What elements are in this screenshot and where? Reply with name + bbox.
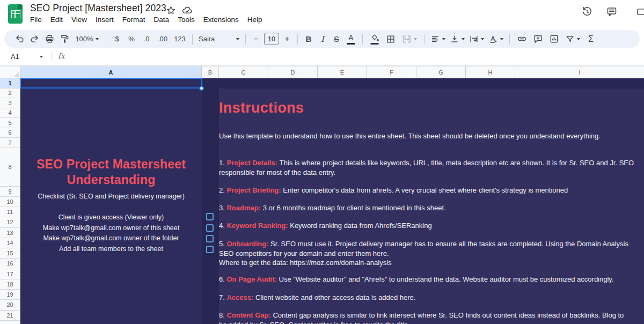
increase-font-size-button[interactable]: + [281, 32, 294, 46]
menu-edit[interactable]: Edit [46, 14, 67, 25]
menu-extensions[interactable]: Extensions [199, 14, 243, 25]
zoom-control[interactable]: 100% [72, 32, 102, 46]
column-header-I[interactable]: I [515, 66, 644, 78]
instruction-label: Roadmap: [226, 204, 261, 212]
menu-tools[interactable]: Tools [173, 14, 199, 25]
text-wrap-button[interactable] [467, 32, 486, 46]
sheets-logo[interactable] [8, 4, 23, 24]
column-header-H[interactable]: H [466, 66, 515, 78]
toolbar-divider [509, 34, 510, 45]
row-header-18[interactable]: 18 [0, 279, 20, 290]
print-button[interactable] [42, 32, 57, 46]
menu-help[interactable]: Help [243, 14, 267, 25]
instruction-item-4: 4. Keyword Ranking: Keyword ranking data… [219, 221, 644, 231]
filter-button[interactable] [562, 32, 583, 46]
select-all-corner[interactable] [0, 66, 20, 78]
font-size-input[interactable]: 10 [262, 32, 281, 46]
chevron-down-icon [577, 38, 580, 40]
instruction-first-line: 4. Keyword Ranking: Keyword ranking data… [219, 221, 644, 231]
row-header-5[interactable]: 5 [0, 118, 20, 128]
undo-button[interactable] [12, 32, 27, 46]
comments-icon[interactable] [605, 5, 618, 18]
menu-file[interactable]: File [26, 14, 46, 25]
document-title[interactable]: SEO Project [Mastersheet] 2023 [30, 3, 166, 14]
formula-input[interactable] [70, 50, 633, 62]
grid-canvas[interactable]: SEO Project Mastersheet Understanding Ch… [20, 78, 644, 324]
menu-insert[interactable]: Insert [91, 14, 118, 25]
checkbox-unchecked[interactable] [206, 213, 214, 220]
checkbox-unchecked[interactable] [206, 224, 214, 232]
decrease-decimals-button[interactable]: .0 [139, 32, 154, 46]
column-header-D[interactable]: D [268, 66, 318, 78]
fill-color-button[interactable] [367, 32, 383, 46]
decrease-font-size-button[interactable]: − [250, 32, 262, 46]
instruction-item-8: 8. Content Gap: Content gap analysis is … [219, 311, 644, 324]
paint-format-button[interactable] [57, 32, 72, 46]
row-header-16[interactable]: 16 [0, 259, 20, 269]
instruction-text: 3 or 6 months roadmap for client is ment… [261, 204, 446, 212]
fill-handle[interactable] [199, 86, 204, 91]
row-header-3[interactable]: 3 [0, 98, 20, 108]
row-header-7[interactable]: 7 [0, 138, 20, 148]
instruction-number: 7. [219, 293, 226, 301]
insert-link-button[interactable] [514, 32, 530, 46]
row-header-14[interactable]: 14 [0, 238, 20, 248]
menu-format[interactable]: Format [118, 14, 150, 25]
column-header-E[interactable]: E [318, 66, 367, 78]
row-header-10[interactable]: 10 [0, 197, 20, 207]
row-header-21[interactable]: 21 [0, 311, 20, 321]
currency-format-button[interactable]: $ [110, 32, 124, 46]
more-formats-button[interactable]: 123 [171, 32, 188, 46]
text-rotation-button[interactable] [486, 32, 506, 46]
row-header-17[interactable]: 17 [0, 269, 20, 279]
row-header-15[interactable]: 15 [0, 248, 20, 259]
chevron-down-icon [442, 38, 445, 40]
row-header-9[interactable]: 9 [0, 187, 20, 197]
instruction-text: Content gap analysis is similar to link … [271, 311, 624, 319]
font-size-value: 10 [264, 33, 279, 45]
instruction-label: On Page Audit: [226, 275, 276, 283]
bold-button[interactable]: B [302, 32, 316, 46]
strikethrough-button[interactable]: S [330, 32, 343, 46]
checkbox-unchecked[interactable] [206, 246, 214, 253]
row-header-19[interactable]: 19 [0, 290, 20, 300]
instruction-first-line: 6. On Page Audit: Use "Website auditor" … [219, 275, 644, 284]
sum-functions-button[interactable]: Σ [583, 32, 598, 46]
instruction-wrapped-line: be added by Sr. SEO. Content writer is f… [219, 320, 644, 324]
row-header-8[interactable]: 8 [0, 148, 20, 187]
history-icon[interactable] [581, 5, 594, 18]
vertical-align-button[interactable] [448, 32, 467, 46]
row-header-13[interactable]: 13 [0, 228, 20, 238]
row-header-6[interactable]: 6 [0, 128, 20, 138]
checkbox-unchecked[interactable] [206, 235, 214, 242]
instruction-text: Client website and other access data is … [253, 293, 415, 301]
insert-chart-button[interactable] [546, 32, 562, 46]
menu-view[interactable]: View [67, 14, 91, 25]
menu-data[interactable]: Data [150, 14, 174, 25]
column-header-G[interactable]: G [416, 66, 466, 78]
column-header-F[interactable]: F [367, 66, 416, 78]
row-header-1[interactable]: 1 [0, 78, 20, 89]
column-header-A[interactable]: A [20, 66, 202, 78]
instruction-text: Enter competitor's data from ahrefs. A v… [281, 186, 568, 194]
increase-decimals-button[interactable]: .00 [154, 32, 171, 46]
font-selector[interactable]: Saira [196, 32, 241, 46]
name-box[interactable]: A1 [6, 51, 52, 62]
row-header-4[interactable]: 4 [0, 108, 20, 119]
row-header-12[interactable]: 12 [0, 217, 20, 227]
column-header-B[interactable]: B [202, 66, 219, 78]
video-camera-icon[interactable] [636, 5, 644, 18]
percent-format-button[interactable]: % [124, 32, 139, 46]
horizontal-align-button[interactable] [428, 32, 448, 46]
text-color-button[interactable]: A [343, 32, 358, 46]
borders-button[interactable] [383, 32, 399, 46]
chevron-down-icon [414, 38, 417, 40]
row-header-20[interactable]: 20 [0, 300, 20, 310]
row-header-2[interactable]: 2 [0, 89, 20, 99]
column-header-C[interactable]: C [219, 66, 268, 78]
redo-button[interactable] [27, 32, 42, 46]
instruction-item-2: 2. Project Briefing: Enter competitor's … [219, 186, 644, 195]
row-header-11[interactable]: 11 [0, 207, 20, 217]
insert-comment-button[interactable] [530, 32, 546, 46]
italic-button[interactable]: I [316, 32, 330, 46]
